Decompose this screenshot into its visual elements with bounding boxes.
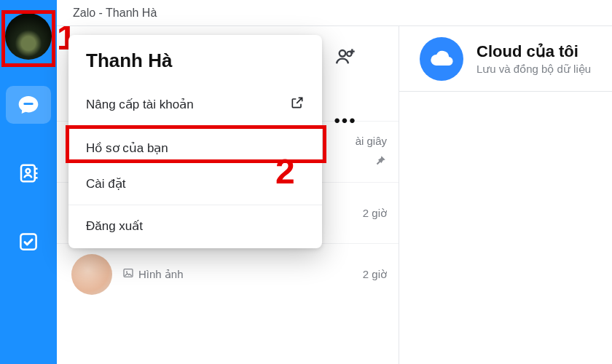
conversation-subtitle: Hình ảnh (138, 268, 184, 281)
svg-point-2 (26, 169, 31, 173)
chat-icon (17, 93, 40, 116)
rail-tasks[interactable] (0, 218, 57, 265)
chat-subtitle: Lưu và đồng bộ dữ liệu (476, 63, 591, 76)
rail-chats[interactable] (0, 82, 57, 128)
divider (68, 127, 322, 127)
conversation-time: 2 giờ (363, 268, 387, 281)
cloud-badge (420, 37, 463, 81)
image-icon (122, 267, 134, 281)
conversation-time: 2 giờ (363, 207, 387, 220)
avatar (71, 254, 112, 295)
check-square-icon (17, 231, 39, 253)
rail-contacts[interactable] (0, 150, 57, 197)
left-rail (0, 0, 57, 364)
chat-title: Cloud của tôi (476, 42, 591, 61)
add-people-icon (334, 45, 357, 68)
menu-settings-label: Cài đặt (86, 176, 125, 191)
divider (68, 205, 322, 205)
conversation-header-actions: ••• (331, 42, 360, 135)
menu-upgrade[interactable]: Nâng cấp tài khoản (68, 85, 322, 124)
list-item[interactable]: Hình ảnh 2 giờ (57, 243, 399, 304)
menu-profile[interactable]: Hồ sơ của bạn (68, 130, 322, 166)
menu-logout[interactable]: Đăng xuất (68, 208, 322, 244)
add-people-button[interactable] (331, 42, 360, 71)
menu-profile-label: Hồ sơ của bạn (86, 141, 168, 156)
conversation-time: ài giây (356, 135, 387, 147)
cloud-icon (428, 46, 455, 72)
svg-point-9 (340, 50, 346, 57)
menu-settings[interactable]: Cài đặt (68, 166, 322, 202)
window-titlebar: Zalo - Thanh Hà (57, 0, 612, 26)
contacts-icon (17, 162, 39, 184)
chat-header: Cloud của tôi Lưu và đồng bộ dữ liệu (399, 26, 612, 92)
more-button[interactable]: ••• (331, 106, 360, 135)
menu-logout-label: Đăng xuất (86, 218, 143, 234)
menu-upgrade-label: Nâng cấp tài khoản (86, 97, 194, 112)
pin-icon (374, 154, 387, 170)
user-avatar[interactable] (5, 13, 52, 60)
account-menu-username: Thanh Hà (68, 47, 322, 85)
external-link-icon (290, 95, 305, 114)
account-menu: Thanh Hà Nâng cấp tài khoản Hồ sơ của bạ… (68, 35, 322, 248)
window-title: Zalo - Thanh Hà (73, 7, 157, 20)
svg-rect-6 (20, 234, 36, 249)
more-icon: ••• (334, 111, 356, 131)
svg-point-8 (126, 272, 128, 273)
svg-rect-0 (23, 103, 33, 105)
